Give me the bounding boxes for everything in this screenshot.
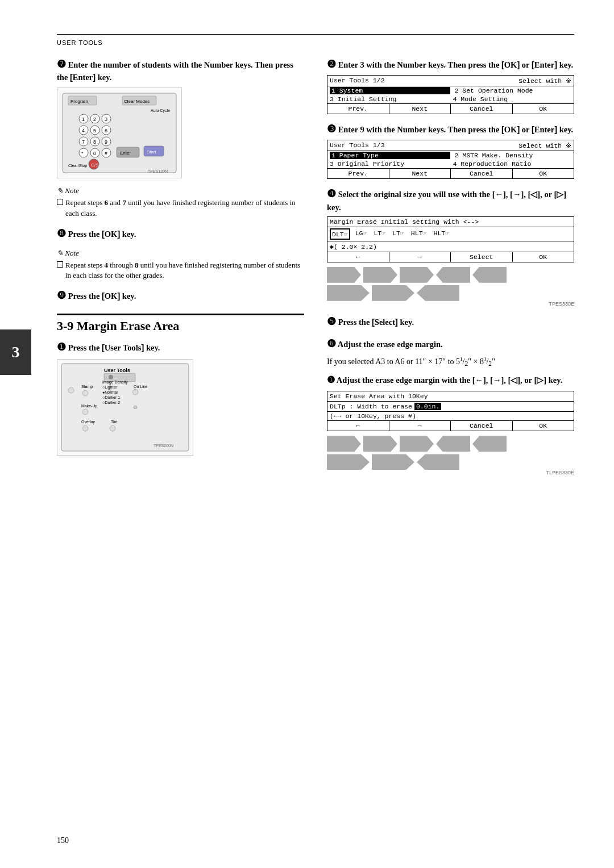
arrow-r2-3 (417, 285, 459, 301)
header-rule (57, 34, 574, 35)
step-9-text: Press the [OK] key. (68, 291, 136, 301)
panel-image-2: User Tools Stamp Image Density ○Lighter … (57, 359, 193, 456)
arrow-r2-1 (327, 285, 370, 301)
right-column: ❷ Enter 3 with the Number keys. Then pre… (327, 57, 574, 483)
ms-item-ltcg: LT☞ (372, 228, 387, 240)
step-6a-text: Adjust the erase edge margin with the [←… (337, 375, 562, 385)
step-2-text: Enter 3 with the Number keys. Then press… (338, 60, 574, 69)
conditional-text: If you selected A3 to A6 or 11″ × 17″ to… (327, 356, 574, 369)
svg-point-53 (82, 409, 88, 415)
ses-btn-right[interactable]: → (389, 421, 451, 431)
screen-1-btns: Prev. Next Cancel OK (327, 103, 574, 114)
svg-text:●Normal: ●Normal (102, 390, 118, 394)
ses-btn-left[interactable]: ← (327, 421, 389, 431)
step-6a-bullet: ❶ (327, 375, 335, 385)
left-column: ❼ Enter the number of students with the … (57, 57, 304, 483)
arrow-3 (400, 267, 434, 283)
step-3: ❸ Enter 9 with the Number keys. Then pre… (327, 122, 574, 179)
svg-text:2: 2 (93, 116, 96, 122)
note-2: ✎ Note Repeat steps 4 through 8 until yo… (57, 249, 304, 281)
margin-btn-select[interactable]: Select (451, 252, 513, 262)
screen-1-btn-cancel[interactable]: Cancel (451, 104, 513, 114)
margin-screen-items: DLT☞ LG☞ LT☞ LT☞ HLT☞ HLT☞ (327, 227, 574, 241)
margin-btn-right[interactable]: → (389, 252, 451, 262)
screen-2-btn-next[interactable]: Next (389, 169, 451, 178)
arrow-2 (363, 267, 397, 283)
note-1-title: ✎ Note (57, 186, 304, 195)
svg-text:Program: Program (70, 99, 88, 104)
note-1: ✎ Note Repeat steps 6 and 7 until you ha… (57, 186, 304, 218)
svg-text:Tint: Tint (111, 420, 117, 424)
margin-btn-ok[interactable]: OK (513, 252, 574, 262)
step-8-text: Press the [OK] key. (68, 229, 136, 239)
svg-text:#: # (105, 151, 107, 156)
arrow-diagram-1 (327, 267, 574, 283)
screen-2-item-2: 2 MSTR Make. Density (455, 152, 572, 159)
step-4-text: Select the original size you will use wi… (327, 190, 566, 211)
screen-2-btn-cancel[interactable]: Cancel (451, 169, 513, 178)
svg-text:8: 8 (93, 139, 96, 145)
screen-2-btn-prev[interactable]: Prev. (327, 169, 389, 178)
ses-row2: (←→ or 10Key, press #) (327, 411, 574, 420)
step-6-num: ❻ (327, 338, 336, 349)
step-6a: ❶ Adjust the erase edge margin with the … (327, 374, 574, 386)
svg-text:○Darker 2: ○Darker 2 (102, 400, 120, 404)
svg-text:4: 4 (82, 128, 85, 133)
screen-1-title: User Tools 1/2 Select with ※ (327, 76, 574, 86)
arrow-4 (436, 267, 470, 283)
ses-row1: DLTp : Width to erase 0.0in. (327, 402, 574, 411)
margin-screen-btns: ← → Select OK (327, 252, 574, 262)
ses-btn-cancel[interactable]: Cancel (451, 421, 513, 431)
set-erase-screen: Set Erase Area with 10Key DLTp : Width t… (327, 391, 574, 431)
step-9: ❾ Press the [OK] key. (57, 289, 304, 303)
screen-1-item-2: 2 Set Operation Mode (455, 87, 572, 94)
screen-2-row2: 3 Original Priority 4 Reproduction Ratio (327, 160, 574, 168)
svg-point-44 (82, 390, 88, 396)
svg-text:5: 5 (93, 128, 96, 133)
step-2: ❷ Enter 3 with the Number keys. Then pre… (327, 57, 574, 114)
svg-text:Overlay: Overlay (81, 420, 96, 424)
diagram-tag-1: TPES330E (327, 301, 574, 307)
svg-text:TPES120N: TPES120N (148, 169, 168, 173)
step-5: ❺ Press the [Select] key. (327, 315, 574, 329)
step-9-num: ❾ (57, 290, 66, 301)
arrow-d2-3 (400, 436, 434, 452)
svg-text:0: 0 (93, 151, 96, 156)
svg-text:Stamp: Stamp (81, 385, 93, 389)
svg-text:*: * (81, 151, 84, 156)
step-5-num: ❺ (327, 316, 336, 327)
svg-text:○Lighter: ○Lighter (102, 385, 117, 390)
step-4-num: ❹ (327, 188, 336, 199)
screen-2-row1: 1 Paper Type 2 MSTR Make. Density (327, 151, 574, 160)
screen-2-btn-ok[interactable]: OK (513, 169, 574, 178)
step-7: ❼ Enter the number of students with the … (57, 57, 304, 178)
screen-2-btns: Prev. Next Cancel OK (327, 168, 574, 178)
step-5-text: Press the [Select] key. (338, 318, 414, 327)
control-panel-image: Program Clear Modes Auto Cycle 1 2 3 (57, 87, 182, 178)
svg-text:6: 6 (105, 128, 107, 133)
checkbox-1 (57, 199, 63, 205)
note-2-item-1: Repeat steps 4 through 8 until you have … (57, 260, 304, 281)
screen-1-item-3: 3 Initial Setting (330, 95, 449, 103)
margin-screen-row3: ✱( 2.0× 2.2) (327, 241, 574, 252)
checkbox-2 (57, 261, 63, 268)
arrow-d2-r2-1 (327, 454, 370, 470)
screen-2-item-4: 4 Reproduction Ratio (453, 160, 572, 168)
ses-btn-ok[interactable]: OK (513, 421, 574, 431)
screen-1-btn-next[interactable]: Next (389, 104, 451, 114)
arrow-d2-5 (472, 436, 507, 452)
svg-point-24 (79, 148, 88, 157)
svg-text:3: 3 (105, 116, 107, 122)
screen-1-btn-ok[interactable]: OK (513, 104, 574, 114)
step-3-text: Enter 9 with the Number keys. Then press… (338, 125, 574, 134)
svg-point-57 (110, 425, 115, 431)
ses-row1-value: 0.0in. (414, 403, 441, 410)
ms-item-hltg: HLT☞ (432, 228, 451, 240)
margin-btn-left[interactable]: ← (327, 252, 389, 262)
screen-1-btn-prev[interactable]: Prev. (327, 104, 389, 114)
note-2-title: ✎ Note (57, 249, 304, 258)
page: 3 USER TOOLS ❼ Enter the number of stude… (0, 0, 614, 868)
screen-1-row2: 3 Initial Setting 4 Mode Setting (327, 95, 574, 103)
ses-row1-prefix: DLTp : Width to erase (330, 403, 412, 410)
step-m1: ❶ Press the [User Tools] key. User Tools (57, 340, 304, 456)
